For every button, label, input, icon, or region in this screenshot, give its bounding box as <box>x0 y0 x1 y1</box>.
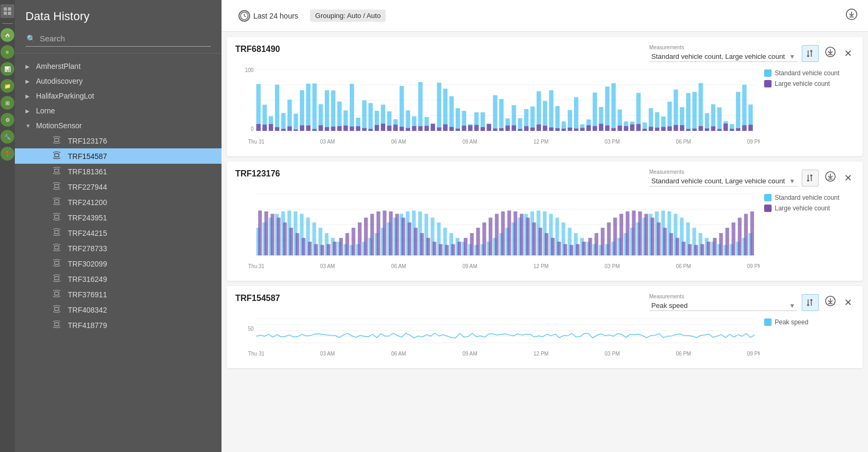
measurements-select-chart3[interactable]: Peak speed▼ <box>649 300 798 311</box>
sidebar-item-lorne[interactable]: ▶Lorne <box>15 103 222 118</box>
svg-rect-57 <box>306 84 311 131</box>
nav-list-icon[interactable]: ≡ <box>1 45 14 59</box>
svg-rect-118 <box>493 129 497 131</box>
download-button-chart2[interactable] <box>823 169 838 187</box>
svg-rect-82 <box>381 123 385 131</box>
sensor-icon <box>52 167 61 176</box>
svg-rect-354 <box>682 242 686 255</box>
svg-rect-260 <box>389 211 393 255</box>
sidebar-item-trf154587[interactable]: TRF154587 <box>15 148 222 164</box>
download-button-chart3[interactable] <box>823 294 838 311</box>
nav-data-icon[interactable]: ⊞ <box>1 96 14 110</box>
svg-rect-300 <box>513 211 517 255</box>
close-button-chart1[interactable]: ✕ <box>842 46 854 61</box>
svg-rect-274 <box>432 242 436 255</box>
measurements-select-chart1[interactable]: Standard vehicle count, Large vehicle co… <box>649 51 798 62</box>
sidebar-item-trf181361[interactable]: TRF181361 <box>15 164 222 179</box>
svg-rect-374 <box>744 214 748 255</box>
legend-color <box>764 205 772 212</box>
sidebar-item-trf302099[interactable]: TRF302099 <box>15 256 222 271</box>
svg-text:06 PM: 06 PM <box>676 263 691 269</box>
svg-rect-368 <box>725 228 729 255</box>
svg-rect-316 <box>563 244 567 255</box>
svg-rect-244 <box>339 238 343 255</box>
tree-item-label: TRF376911 <box>68 290 107 299</box>
sidebar-item-trf243951[interactable]: TRF243951 <box>15 210 222 225</box>
svg-rect-222 <box>271 214 274 255</box>
close-button-chart3[interactable]: ✕ <box>842 295 854 311</box>
sensor-icon <box>52 182 61 191</box>
download-button-chart1[interactable] <box>823 45 838 62</box>
sidebar-item-motionsensor[interactable]: ▼MotionSensor <box>15 118 222 133</box>
close-button-chart2[interactable]: ✕ <box>842 170 854 186</box>
topbar: Last 24 hours Grouping: Auto / Auto <box>222 0 868 32</box>
svg-rect-122 <box>506 126 510 131</box>
tree-item-label: Autodiscovery <box>36 77 83 85</box>
search-box: 🔍 <box>25 31 211 47</box>
nav-location-icon[interactable]: 📍 <box>1 147 14 161</box>
svg-rect-240 <box>326 244 330 255</box>
svg-rect-129 <box>530 107 535 131</box>
svg-rect-3 <box>8 12 11 15</box>
svg-rect-96 <box>424 126 429 131</box>
svg-rect-64 <box>325 127 329 131</box>
time-filter-button[interactable]: Last 24 hours <box>232 7 305 25</box>
tree-arrow-icon: ▶ <box>25 78 32 84</box>
legend-item: Peak speed <box>764 318 854 326</box>
svg-rect-86 <box>393 125 397 131</box>
svg-rect-314 <box>557 242 561 255</box>
chart-card-chart1: TRF681490MeasurementsStandard vehicle co… <box>227 37 863 156</box>
svg-text:100: 100 <box>245 67 254 73</box>
search-input[interactable] <box>40 34 210 43</box>
svg-rect-276 <box>439 244 442 255</box>
chart-controls-chart3: MeasurementsPeak speed▼✕ <box>649 294 854 311</box>
svg-rect-258 <box>383 210 386 255</box>
nav-chart-icon[interactable]: 📊 <box>1 62 14 76</box>
svg-rect-75 <box>362 100 366 131</box>
svg-rect-60 <box>312 129 316 131</box>
svg-rect-87 <box>400 86 404 131</box>
sidebar-item-trf227944[interactable]: TRF227944 <box>15 179 222 194</box>
sidebar-item-trf241200[interactable]: TRF241200 <box>15 194 222 210</box>
svg-rect-288 <box>476 228 480 255</box>
grouping-badge[interactable]: Grouping: Auto / Auto <box>310 10 386 22</box>
sensor-icon <box>52 274 61 283</box>
svg-rect-52 <box>287 127 291 131</box>
sort-button-chart1[interactable] <box>802 45 819 62</box>
sidebar-item-trf316249[interactable]: TRF316249 <box>15 271 222 287</box>
sort-button-chart2[interactable] <box>802 170 819 187</box>
svg-rect-108 <box>462 126 466 131</box>
search-icon: 🔍 <box>26 34 36 43</box>
sensor-icon <box>52 305 61 314</box>
nav-settings-icon[interactable]: ⚙ <box>1 113 14 127</box>
nav-folder-icon[interactable]: 📁 <box>1 79 14 93</box>
tree-item-label: TRF316249 <box>68 275 107 283</box>
sidebar-item-amherst[interactable]: ▶AmherstPlant <box>15 59 222 74</box>
sidebar-item-trf376911[interactable]: TRF376911 <box>15 287 222 302</box>
chart-card-chart3: TRF154587MeasurementsPeak speed▼✕Thu 310… <box>227 286 863 368</box>
sidebar-item-trf123176[interactable]: TRF123176 <box>15 133 222 148</box>
chart-header-chart3: TRF154587MeasurementsPeak speed▼✕ <box>235 294 854 311</box>
svg-text:09 AM: 09 AM <box>463 263 477 269</box>
svg-rect-138 <box>555 128 560 131</box>
sidebar-item-trf418779[interactable]: TRF418779 <box>15 317 222 333</box>
nav-home-icon[interactable]: 🏠 <box>1 28 14 42</box>
svg-rect-252 <box>364 218 368 255</box>
svg-rect-262 <box>395 214 399 255</box>
svg-rect-218 <box>258 210 262 255</box>
nav-wrench-icon[interactable]: 🔧 <box>1 130 14 144</box>
sidebar-item-halifaxparking[interactable]: ▶HalifaxParkingLot <box>15 88 222 103</box>
sidebar-item-trf244215[interactable]: TRF244215 <box>15 225 222 241</box>
sidebar-item-trf408342[interactable]: TRF408342 <box>15 302 222 317</box>
svg-rect-242 <box>333 242 336 255</box>
svg-rect-68 <box>337 126 341 131</box>
measurements-select-chart2[interactable]: Standard vehicle count, Large vehicle co… <box>649 176 798 187</box>
legend-label: Standard vehicle count <box>775 69 839 77</box>
sensor-icon <box>52 290 61 299</box>
topbar-download-button[interactable] <box>846 8 857 23</box>
sidebar-item-autodiscovery[interactable]: ▶Autodiscovery <box>15 74 222 88</box>
svg-rect-364 <box>713 238 716 255</box>
sort-button-chart3[interactable] <box>802 294 819 311</box>
svg-rect-324 <box>588 238 592 255</box>
sidebar-item-trf278733[interactable]: TRF278733 <box>15 241 222 256</box>
